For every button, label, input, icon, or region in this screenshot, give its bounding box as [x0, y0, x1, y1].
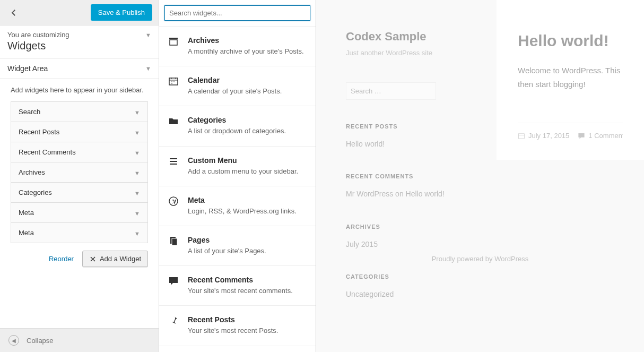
widget-item[interactable]: ▼Archives	[11, 162, 147, 183]
chevron-left-icon	[9, 8, 19, 18]
available-widget-desc: Login, RSS, & WordPress.org links.	[188, 207, 297, 216]
collapse-label: Collapse	[27, 337, 54, 345]
widget-item[interactable]: ▼Search	[11, 102, 147, 122]
add-widget-label: Add a Widget	[100, 255, 141, 263]
svg-rect-5	[172, 238, 177, 245]
recent-comments-widget: RECENT COMMENTS Mr WordPress on Hello wo…	[346, 173, 467, 200]
available-widget-desc: A list or dropdown of categories.	[188, 126, 286, 136]
post-date-text: July 17, 2015	[528, 132, 569, 140]
folder-icon	[168, 116, 179, 136]
site-title[interactable]: Codex Sample	[346, 30, 467, 44]
add-widget-button[interactable]: Add a Widget	[82, 251, 148, 267]
post-comments-link[interactable]: 1 Comment	[578, 132, 623, 140]
available-widgets-panel: ArchivesA monthly archive of your site's…	[159, 0, 316, 352]
site-footer[interactable]: Proudly powered by WordPress	[316, 255, 644, 263]
collapse-icon: ◀	[8, 335, 19, 346]
recent-posts-widget: RECENT POSTS Hello world!	[346, 123, 467, 150]
search-widget	[346, 82, 467, 100]
available-widget[interactable]: CategoriesA list or dropdown of categori…	[159, 106, 316, 146]
available-widget[interactable]: Recent CommentsYour site's most recent c…	[159, 266, 316, 306]
chevron-down-icon: ▼	[134, 170, 140, 176]
widget-item[interactable]: ▼Categories	[11, 183, 147, 203]
site-main-wrap: Hello world! Welcome to WordPress. This …	[497, 0, 644, 352]
archive-link[interactable]: July 2015	[346, 240, 378, 248]
available-widget[interactable]: PagesA list of your site's Pages.	[159, 226, 316, 266]
save-publish-button[interactable]: Save & Publish	[91, 4, 152, 21]
available-widget-title: Recent Comments	[188, 276, 293, 284]
customizer-sidebar: Save & Publish ▼ You are customizing Wid…	[0, 0, 159, 352]
available-widget[interactable]: Recent PostsYour site's most recent Post…	[159, 306, 316, 346]
categories-widget: CATEGORIES Uncategorized	[346, 273, 467, 300]
chevron-down-icon: ▼	[134, 150, 140, 156]
chevron-down-icon: ▼	[134, 190, 140, 196]
chevron-down-icon: ▼	[134, 130, 140, 136]
customizer-header: Save & Publish	[0, 0, 159, 25]
widget-search-wrap	[159, 0, 316, 27]
widget-area-body: Add widgets here to appear in your sideb…	[0, 79, 159, 328]
comment-post-link[interactable]: Hello world!	[406, 190, 445, 198]
widget-item-label: Categories	[19, 188, 52, 196]
chevron-down-icon: ▼	[145, 65, 151, 72]
widget-item[interactable]: ▼Meta	[11, 223, 147, 243]
available-widget-title: Calendar	[188, 76, 282, 84]
available-widget-title: Archives	[188, 36, 304, 45]
available-widget[interactable]: ArchivesA monthly archive of your site's…	[159, 27, 316, 66]
customizing-heading[interactable]: ▼ You are customizing Widgets	[0, 25, 159, 58]
reorder-link[interactable]: Reorder	[49, 255, 74, 263]
widget-item[interactable]: ▼Recent Posts	[11, 122, 147, 142]
available-widget-title: Custom Menu	[188, 156, 298, 165]
widget-item[interactable]: ▼Meta	[11, 203, 147, 223]
calendar-icon	[518, 132, 525, 140]
chevron-down-icon: ▼	[145, 32, 151, 38]
post-date[interactable]: July 17, 2015	[518, 132, 569, 140]
widget-item-label: Recent Comments	[19, 148, 76, 156]
collapse-button[interactable]: ◀ Collapse	[0, 328, 159, 352]
chevron-down-icon: ▼	[134, 109, 140, 116]
widget-search-input[interactable]	[164, 5, 310, 21]
pin-icon	[168, 315, 179, 336]
chevron-down-icon: ▼	[134, 230, 140, 237]
recent-post-link[interactable]: Hello world!	[346, 140, 385, 148]
widget-item[interactable]: ▼Recent Comments	[11, 142, 147, 162]
site-search-input[interactable]	[346, 82, 436, 100]
calendar-icon	[168, 76, 179, 96]
available-widgets-list[interactable]: ArchivesA monthly archive of your site's…	[159, 27, 316, 352]
widget-area-help: Add widgets here to appear in your sideb…	[11, 86, 148, 94]
wordpress-icon	[168, 196, 179, 216]
customizing-label: You are customizing	[7, 31, 69, 39]
post-comments-text: 1 Comment	[588, 132, 623, 140]
site-main: Hello world! Welcome to WordPress. This …	[497, 0, 644, 160]
widget-list: ▼Search ▼Recent Posts ▼Recent Comments ▼…	[11, 101, 148, 243]
available-widget-desc: Add a custom menu to your sidebar.	[188, 167, 298, 176]
comment-on-text: on	[393, 190, 405, 198]
archive-icon	[168, 36, 179, 56]
widget-title: RECENT COMMENTS	[346, 173, 467, 179]
available-widget[interactable]: Custom MenuAdd a custom menu to your sid…	[159, 147, 316, 186]
category-link[interactable]: Uncategorized	[346, 290, 394, 298]
back-button[interactable]	[6, 5, 21, 20]
available-widget-desc: A monthly archive of your site's Posts.	[188, 47, 304, 56]
close-icon	[89, 255, 97, 263]
available-widget-title: Categories	[188, 116, 286, 124]
widget-area-label: Widget Area	[7, 64, 48, 73]
widget-title: CATEGORIES	[346, 273, 467, 280]
menu-icon	[168, 156, 179, 176]
available-widget-desc: Your site's most recent comments.	[188, 286, 293, 296]
widget-title: ARCHIVES	[346, 224, 467, 230]
comment-icon	[168, 276, 179, 296]
available-widget[interactable]: MetaLogin, RSS, & WordPress.org links.	[159, 186, 316, 226]
pages-icon	[168, 236, 179, 256]
archives-widget: ARCHIVES July 2015	[346, 224, 467, 250]
post-meta: July 17, 2015 1 Comment	[518, 123, 623, 149]
available-widget[interactable]: CalendarA calendar of your site's Posts.	[159, 66, 316, 106]
available-widget-desc: A list of your site's Pages.	[188, 246, 266, 256]
site-sidebar: Codex Sample Just another WordPress site…	[316, 0, 497, 352]
widget-actions: Reorder Add a Widget	[11, 251, 148, 267]
site-preview: Codex Sample Just another WordPress site…	[316, 0, 644, 352]
comment-author-link[interactable]: Mr WordPress	[346, 190, 393, 198]
comment-icon	[578, 132, 585, 140]
widget-item-label: Recent Posts	[19, 128, 59, 136]
post-body-line: then start blogging!	[518, 80, 586, 89]
post-title[interactable]: Hello world!	[518, 32, 623, 50]
widget-area-header[interactable]: ▼ Widget Area	[0, 58, 159, 79]
